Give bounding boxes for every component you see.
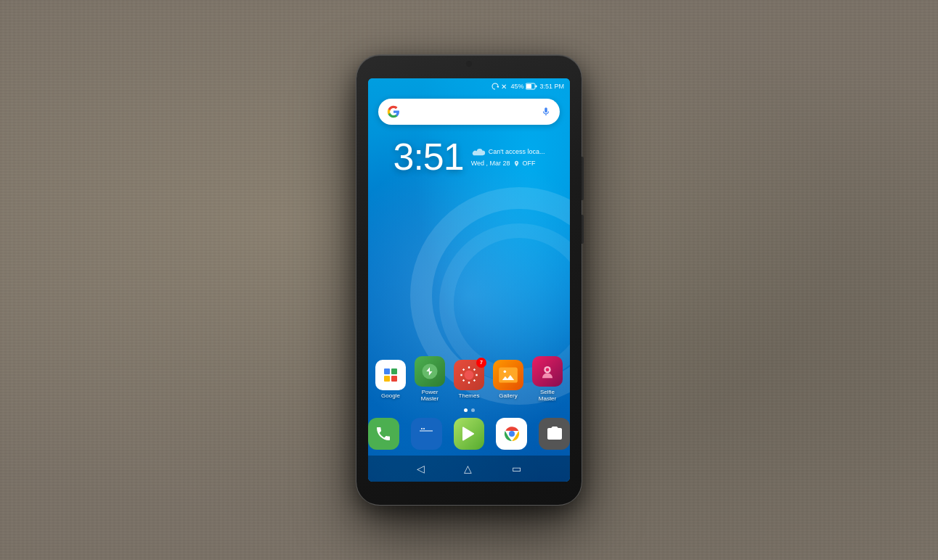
dot-2 [471, 408, 475, 412]
app-icon-power-master[interactable]: PowerMaster [415, 356, 445, 403]
google-label: Google [381, 392, 400, 400]
page-indicator [368, 408, 570, 412]
dock-camera[interactable] [539, 418, 570, 450]
gps-status: OFF [523, 160, 536, 167]
svg-rect-7 [391, 376, 397, 382]
dock-play-store[interactable] [454, 418, 485, 450]
status-time: 3:51 PM [539, 83, 564, 90]
battery-icon [526, 83, 537, 90]
power-master-icon-bg [415, 356, 445, 387]
gallery-label: Gallery [499, 392, 517, 400]
app-icon-selfie-master[interactable]: SelfieMaster [532, 356, 563, 403]
themes-badge: 7 [476, 358, 486, 368]
selfie-icon-bg [532, 356, 563, 387]
clock-time: 3:51 [393, 135, 464, 178]
navigation-bar: ◁ △ ▭ [368, 456, 570, 482]
dock-phone[interactable] [368, 418, 399, 450]
svg-text:✕: ✕ [501, 83, 507, 90]
app-dock [368, 418, 570, 450]
sync-icon [492, 83, 499, 90]
app-grid: Google PowerMaster [375, 356, 563, 403]
status-icons: ✕ 45% 3:51 PM [492, 83, 564, 90]
microphone-icon[interactable] [541, 104, 551, 119]
google-logo [387, 105, 400, 118]
svg-point-9 [504, 370, 507, 372]
phone-screen: ✕ 45% 3:51 PM [368, 78, 570, 482]
screen-spacer [368, 181, 570, 356]
clock-date: Wed , Mar 28 OFF [471, 160, 545, 167]
svg-point-14 [421, 428, 423, 429]
clock-widget: 3:51 Can't access loca... Wed , Mar 28 O… [368, 135, 570, 178]
themes-label: Themes [459, 392, 480, 400]
cloud-icon [471, 147, 486, 158]
svg-rect-5 [391, 368, 397, 374]
phone-device: ✕ 45% 3:51 PM [356, 55, 582, 505]
dock-asus-browser[interactable] [411, 418, 442, 450]
bluetooth-off-icon: ✕ [501, 83, 508, 90]
dock-chrome[interactable] [496, 418, 527, 450]
svg-rect-13 [420, 430, 433, 432]
svg-point-15 [423, 428, 425, 429]
nav-recent-button[interactable]: ▭ [512, 463, 521, 474]
svg-rect-6 [384, 376, 390, 382]
google-icon-bg [375, 360, 406, 390]
themes-icon-bg: 7 [454, 360, 484, 390]
gps-icon [513, 160, 520, 167]
app-icon-google[interactable]: Google [375, 360, 406, 400]
weather-widget: Can't access loca... [471, 147, 545, 158]
power-master-label: PowerMaster [421, 389, 439, 403]
svg-point-11 [546, 368, 550, 371]
svg-rect-3 [536, 86, 537, 88]
nav-home-button[interactable]: △ [464, 463, 472, 474]
app-icon-themes[interactable]: 7 Themes [454, 360, 484, 400]
gallery-icon-bg [493, 360, 523, 390]
weather-text: Can't access loca... [489, 148, 545, 157]
google-search-bar[interactable] [378, 99, 560, 125]
camera-front [466, 61, 472, 67]
svg-rect-2 [526, 84, 531, 88]
svg-point-18 [510, 432, 514, 436]
nav-back-button[interactable]: ◁ [417, 463, 425, 474]
selfie-label: SelfieMaster [539, 389, 556, 403]
dot-1 [464, 408, 468, 412]
clock-info: Can't access loca... Wed , Mar 28 OFF [471, 147, 545, 167]
app-icon-gallery[interactable]: Gallery [493, 360, 523, 400]
battery-percent: 45% [510, 83, 523, 90]
svg-rect-4 [384, 368, 390, 374]
status-bar: ✕ 45% 3:51 PM [368, 78, 570, 94]
